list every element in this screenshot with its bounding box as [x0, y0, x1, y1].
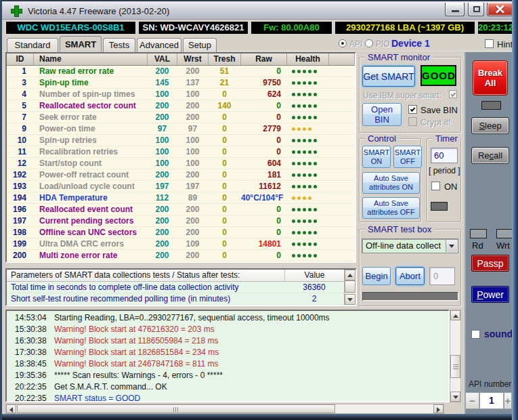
table-row[interactable]: 12Start/stop count1001000604 [7, 158, 355, 169]
drive-model: WDC WD15EARS-00S8B1 [5, 21, 136, 35]
cell-id: 7 [7, 112, 34, 123]
dropdown-arrow-button[interactable] [446, 240, 457, 252]
scroll-down-button[interactable] [345, 294, 355, 305]
table-row[interactable]: 9Power-on time979702779 [7, 123, 355, 135]
header-id: ID [7, 54, 34, 65]
table-row[interactable]: 199Ultra DMA CRC errors200109014801 [7, 238, 355, 250]
health-dots [287, 238, 329, 249]
table-row[interactable]: 197Current pending sectors20020000 [7, 215, 355, 227]
table-row[interactable]: 198Offline scan UNC sectors20020000 [7, 227, 355, 238]
scrollbar-thumb[interactable] [17, 404, 335, 413]
table-row[interactable]: 194HDA Temperature11289040°C/104°F [7, 192, 355, 204]
cell-tresh: 51 [209, 66, 241, 77]
cell-raw: 0 [241, 250, 287, 261]
table-row[interactable]: 196Reallocated event count20020000 [7, 204, 355, 215]
abort-button[interactable]: Abort [395, 267, 425, 285]
log-message: Warning! Block start at 1826851584 = 234… [54, 347, 448, 358]
open-bin-button[interactable]: Open BIN [362, 103, 402, 126]
params-row[interactable]: Short self-test routine recommended poll… [7, 293, 355, 305]
health-dot [297, 208, 301, 211]
autosave-attributes-on-button[interactable]: Auto Save attributes ON [362, 172, 420, 194]
scroll-down-button[interactable] [450, 392, 460, 402]
health-dot [297, 219, 301, 223]
close-button[interactable] [487, 3, 513, 16]
tab-smart[interactable]: SMART [60, 36, 102, 52]
api-number-decrement-button[interactable]: − [465, 392, 479, 409]
params-scrollbar[interactable] [344, 270, 355, 305]
log-vertical-scrollbar[interactable] [450, 310, 461, 402]
health-dot [314, 173, 317, 177]
maximize-button[interactable] [468, 3, 484, 16]
smart-on-button[interactable]: SMART ON [362, 146, 391, 168]
recall-button[interactable]: Recall [471, 147, 509, 164]
health-dot [308, 150, 311, 154]
test-select-dropdown[interactable]: Off-line data collect [362, 238, 458, 253]
table-row[interactable]: 10Spin-up retries10010000 [7, 135, 355, 146]
pio-radio[interactable] [365, 39, 373, 47]
power-button[interactable]: Power [471, 286, 509, 303]
health-dot [314, 254, 317, 257]
scroll-left-button[interactable] [6, 404, 16, 413]
scroll-up-button[interactable] [450, 310, 460, 320]
hints-checkbox[interactable] [485, 39, 494, 48]
table-row[interactable]: 11Recalibration retries10010000 [7, 146, 355, 158]
scroll-up-button[interactable] [345, 270, 355, 280]
log-listbox[interactable]: 14:53:04Starting Reading, LBA=0..2930277… [5, 310, 450, 402]
get-smart-button[interactable]: Get SMART [362, 66, 415, 87]
smart-off-button[interactable]: SMART OFF [393, 146, 422, 168]
timer-period-input[interactable]: 60 [431, 148, 458, 163]
health-dot [303, 219, 306, 223]
cell-wrst: 100 [177, 89, 209, 100]
cell-wrst: 100 [177, 135, 209, 146]
autosave-attributes-off-button[interactable]: Auto Save attributes OFF [362, 197, 420, 219]
tab-tests[interactable]: Tests [103, 38, 135, 52]
title-bar[interactable]: Victoria 4.47 Freeware (2013-02-20) [2, 1, 512, 20]
health-dot [314, 231, 317, 234]
log-horizontal-scrollbar[interactable] [5, 404, 444, 414]
test-counter-input[interactable]: 0 [429, 267, 455, 285]
sound-checkbox[interactable] [471, 330, 480, 339]
tab-standard[interactable]: Standard [7, 38, 58, 52]
health-dot [303, 185, 306, 188]
health-dots [287, 204, 329, 215]
health-dots [287, 146, 329, 157]
cell-id: 200 [7, 250, 34, 261]
begin-button[interactable]: Begin [362, 267, 391, 285]
scrollbar-thumb[interactable] [450, 355, 460, 378]
api-number-increment-button[interactable]: + [504, 392, 512, 409]
health-dot [308, 219, 311, 223]
table-row[interactable]: 200Multi zone error rate20020000 [7, 250, 355, 261]
table-row[interactable]: 1Raw read error rate200200510 [7, 66, 355, 77]
scrollbar-thumb[interactable] [345, 280, 355, 293]
minimize-button[interactable] [445, 3, 465, 16]
health-dot [297, 231, 301, 234]
health-dot [297, 196, 301, 200]
table-row[interactable]: 193Load/unload cycle count197197011612 [7, 181, 355, 192]
health-dot [292, 208, 295, 211]
health-dot [303, 81, 306, 85]
health-dot [308, 243, 311, 246]
cell-val: 145 [148, 77, 177, 88]
cell-tresh: 0 [209, 181, 241, 192]
passp-button[interactable]: Passp [471, 255, 509, 272]
health-dot [314, 208, 317, 211]
table-row[interactable]: 192Power-off retract count2002000181 [7, 169, 355, 181]
api-radio[interactable] [339, 39, 347, 47]
sleep-button[interactable]: Sleep [471, 117, 509, 134]
scroll-right-button[interactable] [433, 404, 444, 413]
table-row[interactable]: 3Spin-up time145137219750 [7, 77, 355, 89]
tab-setup[interactable]: Setup [183, 38, 217, 52]
params-row[interactable]: Total time in seconds to complete off-li… [7, 282, 355, 293]
cell-raw: 9750 [241, 77, 287, 88]
save-bin-checkbox[interactable] [408, 105, 417, 114]
health-dots [287, 135, 329, 146]
break-all-button[interactable]: Break All [473, 60, 508, 96]
table-row[interactable]: 5Reallocated sector count2002001400 [7, 100, 355, 112]
table-row[interactable]: 4Number of spin-up times1001000624 [7, 89, 355, 100]
table-row[interactable]: 7Seek error rate20020000 [7, 112, 355, 123]
cell-name: Seek error rate [34, 112, 148, 123]
tab-advanced[interactable]: Advanced [137, 38, 181, 52]
log-line: 16:30:38Warning! Block start at 11865059… [7, 335, 448, 347]
api-number-value[interactable]: 1 [479, 392, 504, 409]
timer-on-checkbox[interactable] [431, 182, 440, 190]
